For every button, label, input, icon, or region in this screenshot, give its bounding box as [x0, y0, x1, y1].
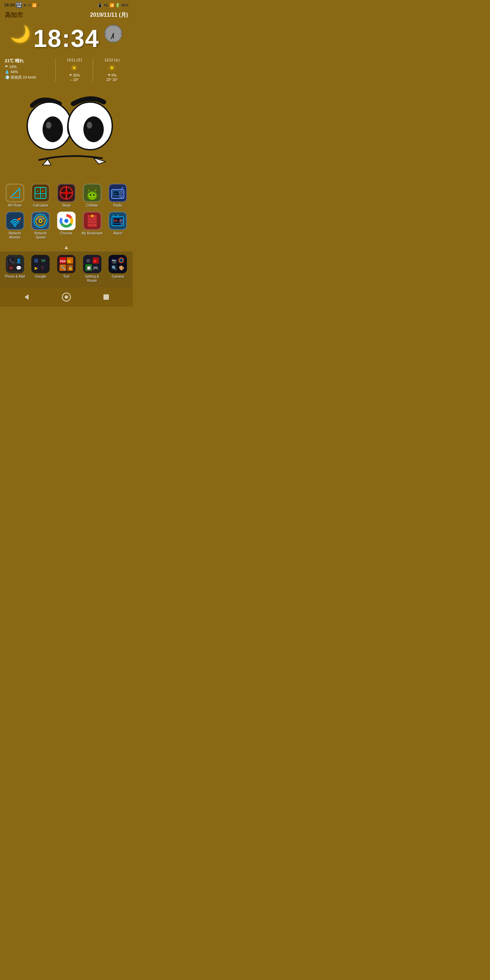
date-location-row: 高知市 2019/11/11 (月) — [0, 10, 133, 21]
svg-text:🔲: 🔲 — [86, 265, 92, 271]
forecast2-temps: 23° 10° — [107, 78, 118, 82]
svg-text:👤: 👤 — [16, 258, 22, 264]
camera-label: Camera — [111, 275, 124, 279]
app-sleep[interactable]: Sleep — [54, 182, 79, 209]
chmate-icon — [83, 184, 102, 202]
star2: ☆ — [27, 3, 31, 8]
app-tool[interactable]: PDF ▦ 🔧 🔒 Tool — [54, 253, 79, 284]
setting-repair-icon: ⚙ ◆ 🔲 🎮 — [83, 255, 102, 273]
network-monitor-label: Network Monitor — [3, 231, 27, 240]
svg-text:📞: 📞 — [9, 258, 15, 264]
weather-wind: 💨 西南西 10 km/h — [5, 75, 53, 80]
svg-text:?: ? — [41, 266, 43, 270]
battery-icon: 🔋 — [115, 3, 120, 8]
storage-badge: 14.8GB — [16, 2, 22, 8]
weather-umbrella: ☂ 10% — [5, 65, 53, 69]
network-monitor-icon — [6, 212, 24, 230]
google-icon: G 🗺 ▶ ? — [31, 255, 50, 273]
date-text: 2019/11/11 (月) — [90, 11, 128, 19]
app-calculator[interactable]: + × − = Calculator — [29, 182, 53, 209]
weather-current: 21℃ 晴れ ☂ 10% 💧 44% 💨 西南西 10 km/h — [5, 58, 53, 82]
camera-icon: 📷 🔍 🎨 — [108, 255, 127, 273]
svg-point-13 — [46, 122, 51, 129]
phone-mail-icon: 📞 👤 ✉ 💬 — [6, 255, 24, 273]
app-chrome[interactable]: Chrome — [54, 210, 79, 241]
svg-marker-109 — [24, 294, 29, 300]
svg-text:×: × — [42, 189, 44, 193]
nav-back-button[interactable] — [21, 291, 33, 303]
svg-text:📷: 📷 — [111, 258, 117, 263]
forecast2-umbrella: ☂ 0% — [108, 73, 116, 77]
svg-text:=: = — [42, 194, 43, 198]
big-clock: 18:34 — [33, 24, 99, 52]
dock: 📞 👤 ✉ 💬 Phone & Mail G 🗺 — [0, 251, 133, 288]
sleep-label: Sleep — [62, 204, 71, 208]
forecast2-sun-icon: ☀ — [108, 63, 116, 73]
vibrate-icon: 📳 — [98, 3, 102, 8]
app-alarm[interactable]: 00:00 Alarm — [105, 210, 130, 241]
alarm-label: Alarm — [113, 231, 122, 235]
svg-text:🗺: 🗺 — [41, 259, 45, 263]
radio-label: Radio — [113, 204, 122, 208]
svg-point-33 — [93, 194, 95, 196]
star1: ★ — [23, 3, 27, 8]
app-phone-mail[interactable]: 📞 👤 ✉ 💬 Phone & Mail — [3, 253, 27, 284]
svg-text:🔒: 🔒 — [68, 265, 73, 271]
app-network-monitor[interactable]: Network Monitor — [3, 210, 27, 241]
network-speed-label: Network Speed — [29, 231, 52, 240]
svg-text:★: ★ — [90, 213, 95, 218]
svg-point-44 — [14, 225, 16, 227]
tool-icon: PDF ▦ 🔧 🔒 — [57, 255, 76, 273]
svg-point-42 — [120, 195, 123, 198]
svg-rect-31 — [88, 193, 96, 198]
app-radio[interactable]: ▪▪▪ Radio — [105, 182, 130, 209]
google-label: Google — [35, 275, 46, 279]
chmate-label: ChMate — [86, 204, 98, 208]
clock-section: 🌙 18:34 — [0, 21, 133, 54]
svg-text:G: G — [34, 258, 38, 263]
app-ar-ruler[interactable]: AR Ruler — [3, 182, 27, 209]
calculator-icon: + × − = — [31, 184, 50, 202]
calculator-label: Calculator — [33, 204, 48, 208]
nav-home-button[interactable] — [60, 291, 73, 303]
dot-icon: • — [38, 3, 39, 7]
nav-bar — [0, 288, 133, 307]
svg-point-14 — [87, 122, 92, 129]
svg-text:−: − — [37, 194, 39, 198]
forecast1-temps: -- 10° — [70, 78, 79, 82]
app-camera[interactable]: 📷 🔍 🎨 Camera — [105, 253, 130, 284]
network-speed-icon — [31, 212, 50, 230]
svg-text:💬: 💬 — [16, 265, 22, 271]
wifi-icon: 📶 — [32, 3, 37, 8]
forecast1-umbrella: ☂ 30% — [69, 73, 80, 77]
radio-icon: ▪▪▪ — [108, 184, 127, 202]
battery-percent: 46% — [121, 3, 129, 7]
signal-icon: 📶 — [110, 3, 115, 8]
svg-line-15 — [10, 188, 20, 198]
nav-recent-button[interactable] — [100, 291, 112, 303]
svg-text:🎮: 🎮 — [93, 265, 99, 271]
app-google[interactable]: G 🗺 ▶ ? Google — [29, 253, 53, 284]
svg-text:✉: ✉ — [9, 266, 13, 270]
weather-forecast-2: 11/12 (火) ☀ ☂ 0% 23° 10° — [93, 58, 128, 82]
ar-ruler-label: AR Ruler — [8, 204, 22, 208]
my-bookmark-label: My Bookmark — [82, 231, 102, 235]
svg-point-41 — [120, 191, 123, 194]
svg-text:▪▪▪: ▪▪▪ — [114, 192, 117, 195]
svg-point-4 — [113, 33, 114, 34]
my-bookmark-icon: ★ — [83, 212, 102, 230]
svg-point-66 — [121, 219, 123, 221]
status-right: 📳 4G 📶 🔋 46% — [98, 3, 129, 8]
app-my-bookmark[interactable]: ★ My Bookmark — [80, 210, 105, 241]
svg-point-54 — [64, 219, 68, 223]
moon-icon: 🌙 — [10, 24, 30, 43]
svg-point-11 — [43, 116, 63, 142]
app-chmate[interactable]: ChMate — [80, 182, 105, 209]
alarm-icon: 00:00 — [108, 212, 127, 230]
app-setting-repair[interactable]: ⚙ ◆ 🔲 🎮 Setting & Repair — [80, 253, 105, 284]
app-network-speed[interactable]: Network Speed — [29, 210, 53, 241]
status-bar: 18:34 14.8GB ★ ☆ 📶 • 📳 4G 📶 🔋 46% — [0, 0, 133, 10]
chrome-label: Chrome — [60, 231, 73, 235]
forecast1-sun-icon: ☀ — [70, 63, 78, 73]
svg-point-67 — [121, 223, 123, 224]
